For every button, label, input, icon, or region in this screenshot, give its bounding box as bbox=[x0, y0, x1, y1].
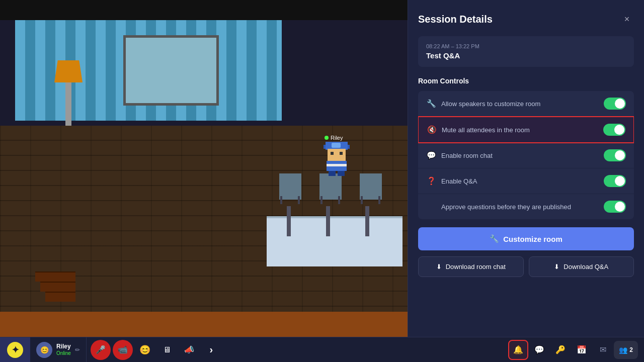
attendees-button[interactable]: 👥 2 bbox=[614, 341, 638, 359]
control-approve-questions: Approve questions before they are publis… bbox=[418, 194, 634, 219]
enable-chat-label: Enable room chat bbox=[441, 152, 493, 159]
stand bbox=[287, 206, 291, 236]
chair-leg bbox=[338, 196, 340, 204]
screen-share-button[interactable]: 🖥 bbox=[157, 340, 177, 360]
controls-list: 🔧 Allow speakers to customize room 🔇 Mut… bbox=[418, 91, 634, 219]
enable-chat-toggle[interactable] bbox=[604, 149, 626, 161]
session-info-box: 08:22 AM – 13:22 PM Test Q&A bbox=[418, 36, 634, 67]
allow-speakers-label: Allow speakers to customize room bbox=[441, 100, 540, 108]
stair-3 bbox=[45, 292, 75, 302]
chair-leg bbox=[298, 196, 300, 204]
download-qa-icon: ⬇ bbox=[554, 263, 559, 270]
taskbar-right: 🔔 💬 🔑 📅 ✉ 👥 2 bbox=[502, 340, 644, 360]
sprite-leg-r bbox=[338, 171, 345, 176]
emoji-icon: 😊 bbox=[139, 344, 150, 355]
mute-attendees-toggle[interactable] bbox=[603, 124, 625, 136]
wood-floor bbox=[0, 312, 408, 337]
schedule-button[interactable]: 📅 bbox=[572, 340, 592, 360]
panel-header: Session Details × bbox=[418, 12, 634, 26]
close-button[interactable]: × bbox=[620, 12, 634, 26]
enable-qa-icon: ❓ bbox=[426, 176, 436, 186]
control-enable-chat: 💬 Enable room chat bbox=[418, 143, 634, 168]
announce-icon: 📣 bbox=[184, 345, 194, 354]
chair-leg bbox=[378, 196, 380, 204]
customize-room-button[interactable]: 🔧 Customize room bbox=[418, 227, 634, 250]
tools-icon: 🔑 bbox=[555, 345, 566, 354]
sprite-hat-badge bbox=[332, 143, 341, 148]
chair-leg bbox=[361, 196, 363, 204]
online-dot bbox=[325, 136, 329, 140]
game-area: Riley bbox=[0, 0, 408, 337]
session-time: 08:22 AM – 13:22 PM bbox=[426, 43, 626, 49]
sprite-eye-r bbox=[340, 152, 343, 155]
logo-icon: ✦ bbox=[7, 342, 23, 358]
sprite-stripe bbox=[327, 164, 347, 166]
user-name: Riley bbox=[56, 343, 71, 350]
attendees-icon: 👥 bbox=[619, 346, 627, 354]
emoji-button[interactable]: 😊 bbox=[135, 340, 155, 360]
chat-button[interactable]: 💬 bbox=[529, 340, 549, 360]
session-details-button[interactable]: 🔔 bbox=[508, 340, 528, 360]
stair-1 bbox=[35, 272, 75, 282]
mute-attendees-label: Mute all attendees in the room bbox=[442, 126, 530, 134]
chair-leg bbox=[280, 196, 282, 204]
sprite-eye-l bbox=[331, 152, 334, 155]
lamp-pole bbox=[65, 82, 71, 128]
session-details-container: 🔔 bbox=[508, 340, 528, 360]
control-mute-attendees: 🔇 Mute all attendees in the room bbox=[418, 116, 634, 143]
user-avatar: 😊 bbox=[36, 342, 52, 358]
more-options-button[interactable]: › bbox=[201, 340, 221, 360]
announcement-button[interactable]: 📣 bbox=[179, 340, 199, 360]
calendar-icon: 📅 bbox=[577, 345, 587, 354]
enable-qa-label: Enable Q&A bbox=[441, 177, 477, 185]
panel-title: Session Details bbox=[418, 14, 493, 25]
whiteboard bbox=[123, 35, 219, 106]
messages-button[interactable]: ✉ bbox=[593, 340, 613, 360]
download-qa-button[interactable]: ⬇ Download Q&A bbox=[529, 256, 634, 277]
app-logo[interactable]: ✦ bbox=[0, 337, 30, 363]
user-info: Riley Online bbox=[56, 343, 71, 356]
user-status: Online bbox=[56, 350, 71, 356]
player-name: Riley bbox=[331, 135, 343, 141]
player-container: Riley bbox=[325, 135, 349, 174]
mute-attendees-icon: 🔇 bbox=[427, 125, 437, 134]
attendees-count: 2 bbox=[629, 346, 633, 353]
mute-cam-button[interactable]: 📹 bbox=[113, 340, 133, 360]
screen-icon: 🖥 bbox=[163, 345, 171, 354]
taskbar: ✦ 😊 Riley Online ✏ 🎤 📹 😊 🖥 📣 › bbox=[0, 337, 644, 362]
edit-profile-icon[interactable]: ✏ bbox=[75, 346, 80, 353]
approve-questions-label: Approve questions before they are publis… bbox=[441, 203, 571, 211]
download-chat-label: Download room chat bbox=[446, 263, 506, 270]
chat-icon: 💬 bbox=[534, 345, 544, 354]
stand bbox=[365, 206, 369, 236]
user-section: 😊 Riley Online ✏ bbox=[30, 337, 87, 362]
logo-symbol: ✦ bbox=[12, 344, 19, 355]
more-icon: › bbox=[210, 344, 213, 355]
approve-questions-toggle[interactable] bbox=[604, 201, 626, 213]
control-allow-speakers: 🔧 Allow speakers to customize room bbox=[418, 91, 634, 117]
download-chat-button[interactable]: ⬇ Download room chat bbox=[418, 256, 524, 277]
tools-button[interactable]: 🔑 bbox=[550, 340, 571, 360]
control-enable-qa: ❓ Enable Q&A bbox=[418, 168, 634, 194]
cam-slash-icon: 📹 bbox=[118, 345, 128, 354]
stand bbox=[326, 206, 330, 236]
download-row: ⬇ Download room chat ⬇ Download Q&A bbox=[418, 256, 634, 277]
player-sprite bbox=[325, 142, 349, 174]
chair-leg bbox=[320, 196, 323, 204]
download-chat-icon: ⬇ bbox=[436, 263, 442, 270]
allow-speakers-toggle[interactable] bbox=[604, 98, 626, 110]
mic-slash-icon: 🎤 bbox=[96, 345, 106, 354]
customize-label: Customize room bbox=[503, 235, 562, 243]
download-qa-label: Download Q&A bbox=[564, 263, 608, 270]
stair-2 bbox=[40, 282, 75, 292]
ceiling-bar bbox=[0, 0, 408, 20]
lamp-shade bbox=[54, 60, 83, 82]
customize-icon: 🔧 bbox=[490, 234, 499, 243]
allow-speakers-icon: 🔧 bbox=[426, 99, 436, 108]
mute-mic-button[interactable]: 🎤 bbox=[91, 340, 111, 360]
player-label: Riley bbox=[325, 135, 349, 141]
taskbar-controls: 🎤 📹 😊 🖥 📣 › bbox=[87, 340, 502, 360]
bell-icon: 🔔 bbox=[513, 345, 523, 354]
session-name: Test Q&A bbox=[426, 51, 626, 60]
enable-qa-toggle[interactable] bbox=[604, 175, 626, 187]
